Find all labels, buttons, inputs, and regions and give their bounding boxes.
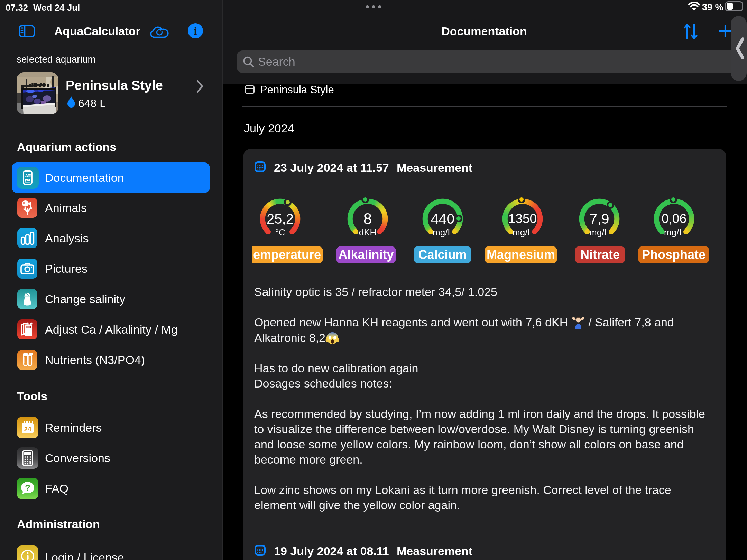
svg-text:i: i: [194, 25, 197, 37]
svg-text:24: 24: [24, 426, 31, 433]
svg-text:A: A: [25, 173, 28, 178]
svg-text:?: ?: [25, 483, 30, 493]
